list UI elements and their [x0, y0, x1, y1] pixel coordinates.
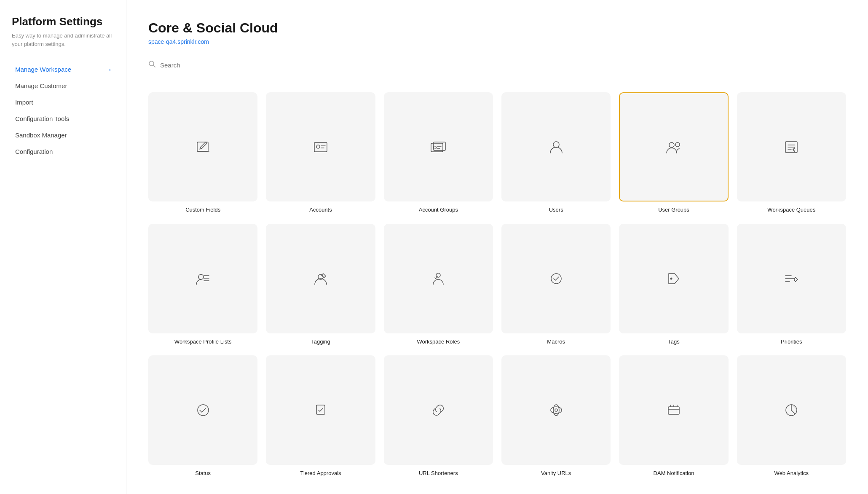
svg-rect-36: [668, 407, 679, 414]
grid-item-dam-notification[interactable]: DAM Notification: [619, 355, 728, 477]
grid-label-tagging: Tagging: [311, 338, 330, 346]
grid-card-tags: [619, 224, 728, 333]
grid-item-accounts[interactable]: Accounts: [266, 92, 375, 214]
grid-label-workspace-queues: Workspace Queues: [767, 207, 815, 214]
search-bar: [148, 60, 846, 77]
grid-card-macros: [501, 224, 611, 333]
grid-card-workspace-roles: [384, 224, 493, 333]
grid-label-accounts: Accounts: [309, 207, 332, 214]
svg-point-15: [675, 142, 680, 147]
sidebar-item-import[interactable]: Import: [12, 94, 114, 110]
svg-point-13: [553, 142, 559, 148]
sidebar-subtitle: Easy way to manage and administrate all …: [12, 32, 114, 48]
grid-item-workspace-queues[interactable]: Workspace Queues: [737, 92, 846, 214]
sidebar-item-label: Manage Workspace: [15, 66, 71, 73]
grid-label-workspace-profile-lists: Workspace Profile Lists: [174, 338, 232, 346]
svg-line-1: [153, 65, 155, 67]
grid-label-macros: Macros: [547, 338, 565, 346]
grid-card-status: [148, 355, 257, 464]
grid-item-url-shorteners[interactable]: URL Shorteners: [384, 355, 493, 477]
search-icon: [148, 60, 156, 70]
grid-card-custom-fields: [148, 92, 257, 201]
grid-item-custom-fields[interactable]: Custom Fields: [148, 92, 257, 214]
sidebar: Platform Settings Easy way to manage and…: [0, 0, 126, 494]
main-content: Core & Social Cloud space-qa4.sprinklr.c…: [126, 0, 868, 494]
grid-card-workspace-profile-lists: [148, 224, 257, 333]
page-title: Core & Social Cloud: [148, 20, 846, 36]
grid-label-tiered-approvals: Tiered Approvals: [300, 470, 341, 477]
grid-item-web-analytics[interactable]: Web Analytics: [737, 355, 846, 477]
sidebar-item-label: Import: [15, 99, 33, 106]
grid-item-tagging[interactable]: Tagging: [266, 224, 375, 345]
grid-card-users: [501, 92, 611, 201]
grid-item-macros[interactable]: Macros: [501, 224, 611, 345]
grid-item-tags[interactable]: Tags: [619, 224, 728, 345]
grid-label-tags: Tags: [668, 338, 679, 346]
workspace-link[interactable]: space-qa4.sprinklr.com: [148, 38, 846, 45]
grid-card-accounts: [266, 92, 375, 201]
svg-point-5: [316, 145, 320, 148]
sidebar-title: Platform Settings: [12, 15, 114, 28]
svg-point-27: [670, 277, 672, 279]
svg-point-14: [669, 142, 674, 148]
svg-point-25: [436, 273, 440, 277]
grid-card-vanity-urls: [501, 355, 611, 464]
grid-card-web-analytics: [737, 355, 846, 464]
grid-item-vanity-urls[interactable]: Vanity URLs: [501, 355, 611, 477]
search-input[interactable]: [160, 62, 846, 69]
grid-label-priorities: Priorities: [781, 338, 802, 346]
sidebar-item-manage-workspace[interactable]: Manage Workspace›: [12, 62, 114, 77]
grid-card-account-groups: [384, 92, 493, 201]
sidebar-item-configuration[interactable]: Configuration: [12, 144, 114, 159]
sidebar-item-sandbox-manager[interactable]: Sandbox Manager: [12, 127, 114, 143]
grid-label-status: Status: [195, 470, 211, 477]
grid-card-priorities: [737, 224, 846, 333]
grid-item-status[interactable]: Status: [148, 355, 257, 477]
grid-label-custom-fields: Custom Fields: [185, 207, 220, 214]
grid-item-priorities[interactable]: Priorities: [737, 224, 846, 345]
main-grid: Custom FieldsAccountsAccount GroupsUsers…: [148, 92, 846, 477]
grid-card-dam-notification: [619, 355, 728, 464]
grid-card-user-groups: [619, 92, 728, 201]
sidebar-item-label: Manage Customer: [15, 82, 67, 89]
grid-label-dam-notification: DAM Notification: [654, 470, 694, 477]
grid-label-user-groups: User Groups: [658, 207, 689, 214]
grid-label-account-groups: Account Groups: [419, 207, 458, 214]
sidebar-item-manage-customer[interactable]: Manage Customer: [12, 78, 114, 94]
grid-card-workspace-queues: [737, 92, 846, 201]
grid-label-vanity-urls: Vanity URLs: [541, 470, 571, 477]
grid-item-workspace-profile-lists[interactable]: Workspace Profile Lists: [148, 224, 257, 345]
svg-rect-32: [316, 405, 325, 414]
grid-card-tiered-approvals: [266, 355, 375, 464]
sidebar-item-label: Configuration Tools: [15, 115, 69, 122]
svg-point-31: [198, 405, 209, 416]
grid-item-account-groups[interactable]: Account Groups: [384, 92, 493, 214]
sidebar-item-label: Configuration: [15, 148, 53, 155]
grid-item-users[interactable]: Users: [501, 92, 611, 214]
svg-point-26: [551, 274, 561, 284]
grid-label-users: Users: [549, 207, 563, 214]
chevron-right-icon: ›: [109, 66, 111, 73]
grid-label-url-shorteners: URL Shorteners: [419, 470, 458, 477]
grid-label-workspace-roles: Workspace Roles: [417, 338, 460, 346]
svg-point-34: [553, 405, 559, 416]
grid-card-url-shorteners: [384, 355, 493, 464]
sidebar-nav: Manage Workspace›Manage CustomerImportCo…: [12, 62, 114, 159]
grid-item-tiered-approvals[interactable]: Tiered Approvals: [266, 355, 375, 477]
svg-point-35: [555, 409, 557, 411]
grid-item-workspace-roles[interactable]: Workspace Roles: [384, 224, 493, 345]
sidebar-item-label: Sandbox Manager: [15, 132, 67, 139]
grid-item-user-groups[interactable]: User Groups: [619, 92, 728, 214]
svg-point-20: [198, 274, 204, 279]
svg-point-33: [551, 407, 562, 413]
sidebar-item-configuration-tools[interactable]: Configuration Tools: [12, 111, 114, 126]
grid-card-tagging: [266, 224, 375, 333]
grid-label-web-analytics: Web Analytics: [774, 470, 809, 477]
